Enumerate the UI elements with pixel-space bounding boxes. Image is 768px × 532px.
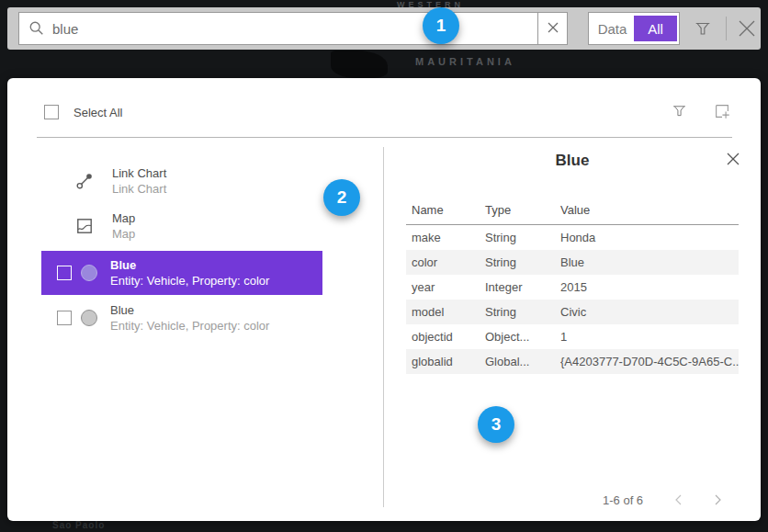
result-subtitle: Map [112, 226, 135, 242]
column-header-type: Type [480, 196, 555, 225]
annotation-badge-3: 3 [478, 406, 514, 443]
app-window: WESTERN MAURITANIA Sao Paolo Data All [0, 0, 768, 532]
detail-title: Blue [384, 152, 761, 170]
cell-type: String [480, 300, 555, 324]
result-text: Blue Entity: Vehicle, Property: color [110, 257, 269, 289]
result-subtitle: Entity: Vehicle, Property: color [110, 273, 269, 289]
detail-close-button[interactable] [726, 152, 740, 170]
map-icon [75, 217, 94, 235]
table-row: year Integer 2015 [406, 275, 739, 300]
close-icon [737, 26, 757, 41]
result-title: Blue [110, 257, 269, 273]
table-row: make String Honda [406, 225, 739, 251]
cell-type: Global... [480, 349, 555, 374]
cell-value: 2015 [555, 275, 739, 300]
cell-name: color [406, 250, 480, 275]
close-search-button[interactable] [737, 18, 757, 42]
cell-name: objectid [406, 324, 480, 349]
result-title: Map [112, 210, 135, 226]
result-item-blue[interactable]: Blue Entity: Vehicle, Property: color [41, 296, 322, 340]
select-all-label: Select All [73, 106, 122, 119]
entity-dot-icon [81, 310, 97, 326]
result-title: Blue [110, 302, 269, 318]
cell-type: String [480, 225, 555, 251]
link-chart-icon [75, 172, 94, 190]
annotation-badge-1: 1 [423, 7, 459, 44]
data-all-toggle: Data All [588, 12, 680, 45]
result-item-map[interactable]: Map Map [41, 204, 322, 248]
toggle-option-data[interactable]: Data [591, 16, 634, 41]
results-panel: Select All Link Chart Link Chart [7, 78, 761, 521]
cell-value: Blue [555, 250, 739, 275]
cell-value: Honda [555, 225, 739, 251]
select-all-checkbox[interactable] [44, 105, 59, 119]
result-item-blue-selected[interactable]: Blue Entity: Vehicle, Property: color [41, 251, 322, 295]
result-text: Map Map [112, 210, 135, 242]
clear-icon [548, 20, 559, 37]
toolbar-filter-button[interactable] [693, 18, 713, 42]
cell-name: model [406, 300, 480, 324]
pagination-next-button[interactable] [711, 493, 724, 510]
table-row: color String Blue [406, 250, 739, 275]
cell-value: Civic [555, 300, 739, 324]
chevron-right-icon [711, 493, 724, 509]
cell-value: 1 [555, 324, 739, 349]
search-field[interactable] [18, 12, 568, 45]
detail-pane: Blue Name Type Value make [384, 78, 761, 521]
close-icon [726, 153, 740, 169]
pagination-prev-button[interactable] [672, 493, 685, 510]
result-text: Link Chart Link Chart [112, 165, 166, 197]
cell-name: globalid [406, 349, 480, 374]
chevron-left-icon [672, 493, 685, 509]
map-label-mauritania: MAURITANIA [415, 56, 515, 67]
pagination-label: 1-6 of 6 [603, 493, 643, 507]
result-checkbox[interactable] [57, 266, 72, 280]
cell-type: Integer [480, 275, 555, 300]
filter-icon [693, 26, 713, 41]
cell-type: Object... [480, 324, 555, 349]
map-label-sao-paolo: Sao Paolo [52, 520, 105, 530]
entity-dot-icon [81, 265, 97, 281]
column-header-value: Value [555, 196, 739, 225]
cell-value: {A4203777-D70D-4C5C-9A65-C... [555, 349, 739, 374]
properties-table: Name Type Value make String Honda color … [406, 196, 739, 374]
cell-name: year [406, 275, 480, 300]
result-checkbox[interactable] [57, 311, 72, 325]
table-header-row: Name Type Value [406, 196, 739, 225]
result-item-link-chart[interactable]: Link Chart Link Chart [41, 159, 322, 203]
toolbar-divider [726, 17, 727, 40]
annotation-badge-2: 2 [323, 179, 360, 216]
result-subtitle: Entity: Vehicle, Property: color [110, 318, 269, 334]
cell-type: String [480, 250, 555, 275]
cell-name: make [406, 225, 480, 251]
map-landmass [331, 51, 388, 78]
search-toolbar: Data All [7, 7, 761, 50]
clear-search-button[interactable] [537, 13, 567, 44]
toggle-option-all[interactable]: All [634, 16, 677, 41]
result-text: Blue Entity: Vehicle, Property: color [110, 302, 269, 334]
search-input[interactable] [52, 21, 537, 37]
result-title: Link Chart [112, 165, 166, 181]
search-icon [28, 20, 45, 37]
column-header-name: Name [406, 196, 480, 225]
table-row: objectid Object... 1 [406, 324, 739, 349]
table-row: model String Civic [406, 300, 739, 324]
result-subtitle: Link Chart [112, 181, 166, 197]
table-row: globalid Global... {A4203777-D70D-4C5C-9… [406, 349, 739, 374]
